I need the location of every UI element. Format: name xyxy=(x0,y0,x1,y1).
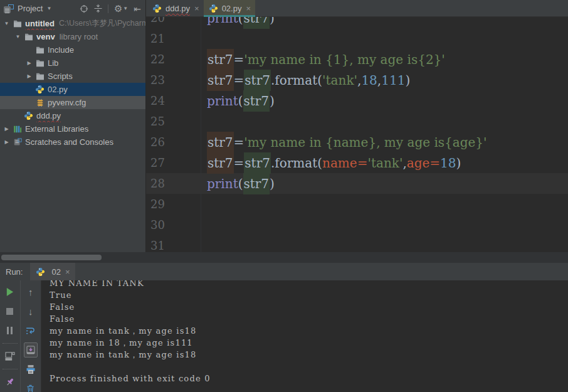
tree-item-external-libraries[interactable]: ▶External Libraries xyxy=(0,122,145,135)
line-number[interactable]: 21 xyxy=(146,32,165,45)
line-number[interactable]: 28 xyxy=(146,177,165,190)
tree-expanded-arrow-icon[interactable]: ▼ xyxy=(1,21,12,26)
project-panel-header: Project ▼ ⚙▼⇤ xyxy=(0,0,145,17)
code-line-24[interactable]: 24print(str7) xyxy=(146,90,568,111)
tree-item-scripts[interactable]: ▶Scripts xyxy=(0,70,145,83)
tree-collapsed-arrow-icon[interactable]: ▶ xyxy=(24,73,34,79)
code-line-23[interactable]: 23str7=str7.format('tank',18,111) xyxy=(146,70,568,90)
tree-item-label: ddd.py xyxy=(36,111,61,120)
line-number[interactable]: 29 xyxy=(146,198,165,211)
run-toolbar-console: ↑↓ xyxy=(21,280,41,392)
show-layout-button[interactable] xyxy=(3,349,17,363)
tree-item-label: 02.py xyxy=(48,85,68,94)
run-console-output[interactable]: MY NAME IN TANKTrueFalseFalsemy name in … xyxy=(41,280,568,392)
line-number[interactable]: 23 xyxy=(146,73,165,87)
horizontal-scrollbar-thumb[interactable] xyxy=(1,255,102,260)
code-line-30[interactable]: 30 xyxy=(146,215,568,235)
line-number[interactable]: 25 xyxy=(146,115,165,128)
soft-wrap-button[interactable] xyxy=(24,324,38,337)
line-number[interactable]: 20 xyxy=(146,17,165,24)
tab-label: ddd.py xyxy=(166,4,190,13)
tree-item-label: Include xyxy=(48,45,74,55)
line-number[interactable]: 24 xyxy=(146,94,165,107)
code-text: str7=str7.format('tank',18,111) xyxy=(207,73,410,88)
tree-collapsed-arrow-icon[interactable]: ▶ xyxy=(1,126,12,132)
code-line-26[interactable]: 26str7='my name in {name}, my age is{age… xyxy=(146,132,568,152)
close-icon[interactable]: × xyxy=(246,4,251,13)
code-line-25[interactable]: 25 xyxy=(146,111,568,132)
settings-icon[interactable]: ⚙▼ xyxy=(114,4,128,13)
code-text: print(str7) xyxy=(207,176,275,191)
pycharm-window: Project ▼ ⚙▼⇤ ▼untitledC:\Users\李梦凡\Pych… xyxy=(0,0,568,392)
scratch-icon xyxy=(12,137,23,147)
code-text: str7=str7.format(name='tank',age=18) xyxy=(207,156,461,171)
collapse-all-icon[interactable] xyxy=(94,4,102,13)
editor-tab-ddd-py[interactable]: ddd.py× xyxy=(147,0,204,16)
tree-expanded-arrow-icon[interactable]: ▼ xyxy=(13,34,23,40)
code-line-31[interactable]: 31 xyxy=(146,235,568,252)
line-number[interactable]: 27 xyxy=(146,156,165,169)
line-number[interactable]: 30 xyxy=(146,218,165,231)
editor-tab-02-py[interactable]: 02.py× xyxy=(204,0,255,16)
locate-icon[interactable] xyxy=(80,4,88,13)
code-text: str7='my name in {name}, my age is{age}' xyxy=(207,135,487,150)
tree-item-lib[interactable]: ▶Lib xyxy=(0,56,145,70)
console-line: False xyxy=(50,301,568,313)
line-number[interactable]: 26 xyxy=(146,135,165,149)
code-line-27[interactable]: 27str7=str7.format(name='tank',age=18) xyxy=(146,152,568,173)
line-number[interactable]: 22 xyxy=(146,53,165,66)
python-icon xyxy=(34,85,45,95)
tree-item-scratches-and-consoles[interactable]: ▶Scratches and Consoles xyxy=(0,135,145,149)
rerun-button[interactable] xyxy=(3,285,17,299)
folder-icon xyxy=(12,19,23,29)
hide-panel-icon[interactable]: ⇤ xyxy=(134,4,141,13)
tree-item-02-py[interactable]: 02.py xyxy=(0,83,145,96)
clear-button[interactable] xyxy=(24,382,38,392)
toolbar-separator xyxy=(108,4,108,13)
stop-button[interactable] xyxy=(3,304,17,318)
step-up-button[interactable]: ↑ xyxy=(24,285,38,299)
console-line: MY NAME IN TANK xyxy=(50,280,568,289)
line-number[interactable]: 31 xyxy=(146,239,165,252)
pause-button[interactable] xyxy=(3,324,17,337)
close-icon[interactable]: × xyxy=(65,268,70,276)
tree-item-venv[interactable]: ▼venvlibrary root xyxy=(0,30,145,43)
tree-collapsed-arrow-icon[interactable]: ▶ xyxy=(24,60,34,66)
tree-item-pyvenv-cfg[interactable]: pyvenv.cfg xyxy=(0,96,145,109)
step-down-button[interactable]: ↓ xyxy=(24,304,38,318)
tree-item-include[interactable]: Include xyxy=(0,43,145,56)
tree-item-label: pyvenv.cfg xyxy=(48,98,86,107)
python-file-icon xyxy=(152,3,162,13)
project-panel-title[interactable]: Project xyxy=(18,4,43,13)
code-line-21[interactable]: 21 xyxy=(146,28,568,49)
console-line: my name in tank，my age is18 xyxy=(50,325,568,337)
console-line: my name in 18，my age is111 xyxy=(50,337,568,349)
tree-collapsed-arrow-icon[interactable]: ▶ xyxy=(1,139,12,145)
python-file-icon xyxy=(208,3,219,13)
tree-item-label: Scratches and Consoles xyxy=(25,137,113,147)
code-line-22[interactable]: 22str7='my name in {1}, my age is{2}' xyxy=(146,49,568,70)
python-icon xyxy=(23,111,34,121)
run-panel: × ↑↓ MY NAME IN TANKTrueFalseFalsemy nam… xyxy=(0,280,568,392)
code-line-20[interactable]: 20print(str7) xyxy=(146,17,568,28)
tree-item-label: venv xyxy=(36,32,55,41)
close-icon[interactable]: × xyxy=(194,4,199,13)
code-line-28[interactable]: 28print(str7) xyxy=(146,173,568,194)
console-line: my name in tank，my age is18 xyxy=(50,349,568,361)
scroll-to-end-button[interactable] xyxy=(24,343,38,357)
run-panel-header: Run: 02 × xyxy=(0,263,568,280)
tree-item-label: Scripts xyxy=(48,72,73,81)
folder-icon xyxy=(34,58,45,68)
code-editor[interactable]: 20print(str7)2122str7='my name in {1}, m… xyxy=(146,17,568,252)
console-line: False xyxy=(50,313,568,325)
console-line: Process finished with exit code 0 xyxy=(50,373,568,384)
code-line-29[interactable]: 29 xyxy=(146,194,568,215)
tree-item-ddd-py[interactable]: ddd.py xyxy=(0,109,145,122)
toolbar-separator xyxy=(3,369,18,369)
tree-item-label: Lib xyxy=(48,58,58,68)
chevron-down-icon[interactable]: ▼ xyxy=(46,6,51,11)
print-button[interactable] xyxy=(24,363,38,376)
pin-button[interactable] xyxy=(3,375,17,389)
tree-item-untitled[interactable]: ▼untitledC:\Users\李梦凡\Pycharm xyxy=(0,17,145,30)
run-tab-02[interactable]: 02 × xyxy=(30,263,75,280)
